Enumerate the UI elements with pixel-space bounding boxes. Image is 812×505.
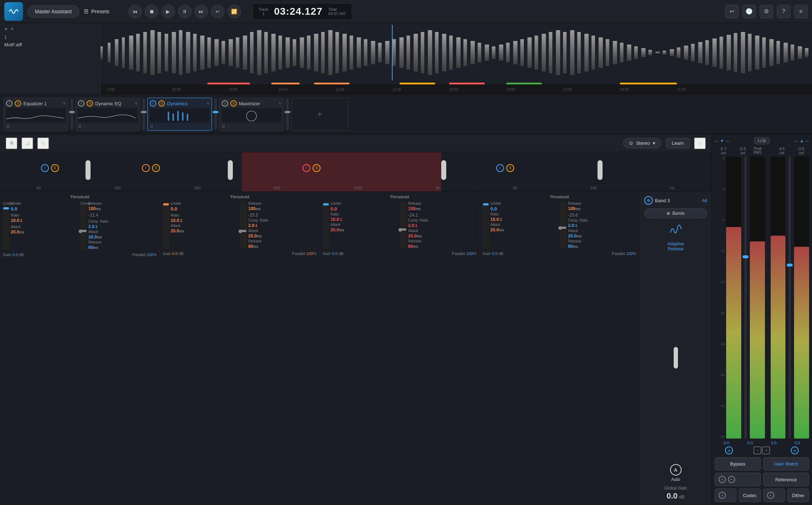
auto-button[interactable]: A <box>670 464 682 476</box>
global-gain-knob[interactable] <box>674 347 678 369</box>
band4-limiter-fader[interactable] <box>483 201 489 249</box>
svg-rect-59 <box>520 39 524 66</box>
stop-button[interactable]: ⏹ <box>145 5 158 18</box>
presets-button[interactable]: ☰ Presets <box>84 8 110 15</box>
svg-rect-57 <box>506 43 510 62</box>
dyn-settings-icon[interactable]: ☰ <box>150 124 153 129</box>
codec-button[interactable]: Codec <box>739 488 761 502</box>
plugin-eq-power-icon[interactable]: I <box>6 100 13 107</box>
plugin-max-close[interactable]: × <box>278 101 281 106</box>
stereo-select[interactable]: ⊙ Stereo ▾ <box>623 138 661 148</box>
svg-rect-5 <box>136 34 140 71</box>
skip-button[interactable]: ⏭ <box>194 5 208 18</box>
band1-limiter-fader[interactable] <box>3 205 9 250</box>
cursor-tool-button[interactable]: ✱ <box>6 138 17 149</box>
band4-power-button[interactable]: I <box>496 164 504 172</box>
bypass-button[interactable]: Bypass <box>715 457 761 471</box>
all-label: All <box>702 198 707 203</box>
band2-power-button[interactable]: I <box>142 164 150 172</box>
max-dots-icon[interactable]: ··· <box>227 124 230 129</box>
plus-button[interactable]: + <box>762 446 770 454</box>
settings-round-button[interactable]: ○ <box>694 138 706 149</box>
loop2-button[interactable]: 🔁 <box>227 5 241 18</box>
eq-dots-icon[interactable]: ··· <box>11 124 14 129</box>
svg-rect-56 <box>499 45 503 61</box>
fader-thumb-4[interactable] <box>285 111 290 113</box>
dither-button[interactable]: Dither <box>787 488 809 502</box>
gain-match-button[interactable]: Gain Match <box>763 457 809 471</box>
eq-settings-icon[interactable]: ☰ <box>6 124 10 129</box>
extra-button[interactable]: ≡ <box>794 5 808 18</box>
band-handle-2[interactable] <box>228 160 233 180</box>
svg-rect-25 <box>278 36 282 70</box>
pause-button[interactable]: ⏸ <box>178 5 192 18</box>
band3-comp-fader[interactable] <box>400 201 407 249</box>
band2-comp-fader[interactable] <box>240 201 247 249</box>
master-assistant-button[interactable]: Master Assistant <box>27 5 79 18</box>
band1-solo-button[interactable]: S <box>51 164 59 172</box>
history-button[interactable]: 🕐 <box>742 5 756 18</box>
svg-rect-15 <box>207 37 211 68</box>
svg-rect-73 <box>620 43 623 62</box>
fader-thumb-3[interactable] <box>213 111 218 113</box>
svg-rect-105 <box>187 114 188 121</box>
io-button[interactable]: I / O <box>754 137 770 144</box>
band1-region: I S <box>14 152 86 191</box>
link-bands-button[interactable]: ⊕ Bands <box>644 208 707 218</box>
current-time: 03:24.127 <box>274 6 323 17</box>
reference-button[interactable]: Reference <box>763 473 809 486</box>
fader-thumb-1[interactable] <box>69 111 75 113</box>
svg-rect-61 <box>535 36 538 70</box>
plugin-dyn-solo-icon[interactable]: S <box>158 100 165 107</box>
band4-comp-fader[interactable] <box>560 201 567 249</box>
add-track-button[interactable]: + <box>4 26 8 32</box>
dyn-dots-icon[interactable]: ··· <box>155 124 158 129</box>
plugin-dyn-power-icon[interactable]: I <box>150 100 156 107</box>
close-track-button[interactable]: × <box>10 26 14 32</box>
plugin-deq-close[interactable]: × <box>135 101 138 106</box>
band2-solo-button[interactable]: S <box>152 164 160 172</box>
band1-comp-fader[interactable] <box>80 205 87 250</box>
deq-dots-icon[interactable]: ··· <box>83 124 86 129</box>
band3-limiter-fader[interactable] <box>323 201 329 249</box>
plugin-max-solo-icon[interactable]: S <box>230 100 237 107</box>
svg-rect-22 <box>257 30 262 75</box>
play-button[interactable]: ▶ <box>161 5 175 18</box>
link-icon-2[interactable]: ⊚ <box>791 446 799 454</box>
band3-solo-button[interactable]: S <box>313 164 320 172</box>
plugin-eq-close[interactable]: × <box>63 101 66 106</box>
band-handle-1[interactable] <box>86 160 91 180</box>
band2-limiter-fader[interactable] <box>163 201 169 249</box>
band-handle-3[interactable] <box>441 160 446 180</box>
band1-power-button[interactable]: I <box>41 164 49 172</box>
link-icon-1[interactable]: ⊚ <box>725 446 733 454</box>
loop-button[interactable]: ↩ <box>211 5 225 18</box>
reference-icon-button[interactable]: I ⇔ <box>715 473 761 486</box>
max-settings-icon[interactable]: ☰ <box>222 124 225 129</box>
plugin-eq-solo-icon[interactable]: S <box>15 100 21 107</box>
help-button[interactable]: ? <box>777 5 790 18</box>
add-plugin-button[interactable]: + <box>291 98 349 131</box>
svg-rect-37 <box>364 39 368 66</box>
band-handle-4[interactable] <box>598 160 603 180</box>
filter-tool-button[interactable]: ⊿ <box>22 138 33 149</box>
learn-button[interactable]: Learn <box>666 138 690 148</box>
plugin-deq-power-icon[interactable]: I <box>78 100 84 107</box>
plugin-dyn-close[interactable]: × <box>207 101 209 106</box>
fader-thumb-2[interactable] <box>141 111 147 113</box>
meter-slider-thumb-1[interactable] <box>743 255 748 258</box>
band3-power-button[interactable]: I <box>303 164 310 172</box>
codec-icon-button[interactable]: I <box>715 488 737 502</box>
band2-comp-display: -25.5 <box>248 213 258 218</box>
plugin-deq-solo-icon[interactable]: S <box>87 100 93 107</box>
wave-tool-button[interactable]: ∿ <box>37 138 49 149</box>
deq-settings-icon[interactable]: ☰ <box>78 124 82 129</box>
band4-solo-button[interactable]: S <box>506 164 514 172</box>
meter-slider-thumb-2[interactable] <box>787 264 793 267</box>
settings-button[interactable]: ⚙ <box>760 5 773 18</box>
rewind-button[interactable]: ⏮ <box>128 5 142 18</box>
undo-button[interactable]: ↩ <box>725 5 739 18</box>
dither-icon-button[interactable]: I <box>763 488 785 502</box>
plugin-max-power-icon[interactable]: I <box>222 100 228 107</box>
minus-button[interactable]: − <box>753 446 761 454</box>
